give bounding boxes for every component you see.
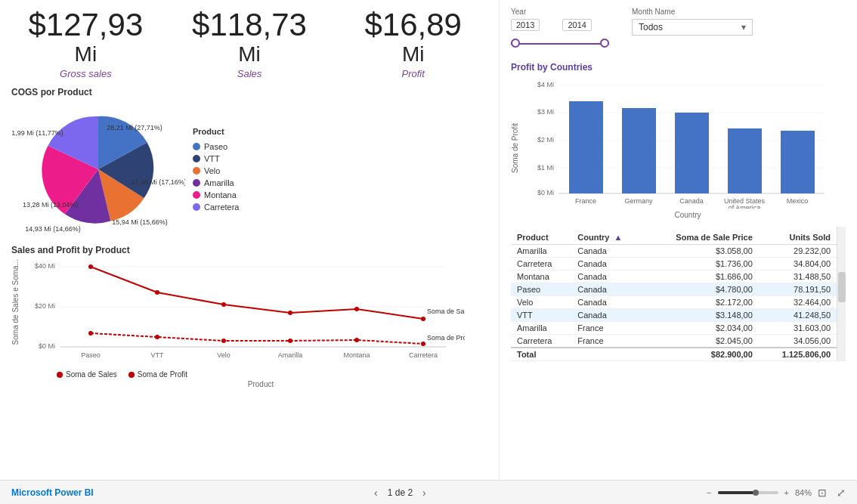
bar-label-usa-2: of America xyxy=(729,204,761,209)
profit-point-4 xyxy=(288,339,292,343)
year-slider-handle-right[interactable] xyxy=(600,39,609,48)
th-units[interactable]: Units Sold xyxy=(759,230,837,245)
line-legend: Soma de Sales Soma de Profit xyxy=(57,370,487,379)
th-country[interactable]: Country ▲ xyxy=(571,230,645,245)
page-navigation: ‹ 1 de 2 › xyxy=(372,487,428,499)
bar-usa[interactable] xyxy=(728,128,762,193)
pie-label-amarilla: 14,93 Mi (14,66%) xyxy=(25,225,81,233)
line-legend-label-profit: Soma de Profit xyxy=(138,370,187,379)
pie-label-velo: 15,94 Mi (15,66%) xyxy=(112,218,168,226)
profit-point-5 xyxy=(354,338,359,342)
legend-label-amarilla: Amarilla xyxy=(204,178,234,187)
cell-product: Velo xyxy=(511,296,571,309)
bar-chart-svg: $4 Mi $3 Mi $2 Mi $1 Mi $0 Mi xyxy=(530,76,832,209)
fit-icon[interactable]: ⊡ xyxy=(818,487,827,499)
bottom-bar: Microsoft Power BI ‹ 1 de 2 › − + 84% ⊡ … xyxy=(0,480,857,504)
kpi-profit-label: Profit xyxy=(339,68,487,79)
line-chart-svg: $40 Mi $20 Mi $0 Mi Paseo VTT xyxy=(34,259,465,365)
bar-y-1mi: $1 Mi xyxy=(537,164,554,172)
bar-label-france: France xyxy=(575,197,596,205)
sales-point-4 xyxy=(288,311,292,315)
line-legend-sales: Soma de Sales xyxy=(57,370,117,379)
legend-label-velo: Velo xyxy=(204,166,220,175)
cell-country: Canada xyxy=(571,283,645,296)
line-x-paseo: Paseo xyxy=(81,351,101,359)
legend-dot-paseo xyxy=(193,143,200,150)
th-product[interactable]: Product xyxy=(511,230,571,245)
legend-dot-amarilla xyxy=(193,179,200,187)
bar-chart-wrap: $4 Mi $3 Mi $2 Mi $1 Mi $0 Mi xyxy=(530,76,846,219)
line-x-montana: Montana xyxy=(343,351,370,359)
bar-y-2mi: $2 Mi xyxy=(537,136,554,144)
cell-product: Paseo xyxy=(511,283,571,296)
pie-label-vtt: 17,48 Mi (17,16%) xyxy=(131,178,185,186)
bar-france[interactable] xyxy=(569,101,603,193)
next-page-button[interactable]: › xyxy=(420,487,428,499)
kpi-sales-unit: Mi xyxy=(175,42,324,66)
bar-canada[interactable] xyxy=(675,113,709,193)
line-chart-title: Sales and Profit by Product xyxy=(11,245,487,255)
zoom-level: 84% xyxy=(795,488,812,497)
legend-item-carretera: Carretera xyxy=(193,203,239,212)
cell-units: 32.464,00 xyxy=(759,296,837,309)
sales-point-3 xyxy=(221,302,226,307)
cell-units: 78.191,50 xyxy=(759,283,837,296)
table-row: Velo Canada $2.172,00 32.464,00 xyxy=(511,296,837,309)
legend-dot-velo xyxy=(193,167,200,175)
right-main: Product Country ▲ Soma de Sale Price Uni… xyxy=(511,227,837,361)
line-x-carretera: Carretera xyxy=(409,351,438,359)
year-slider-track[interactable] xyxy=(511,36,609,51)
zoom-track[interactable] xyxy=(718,491,778,494)
pie-title: COGS por Product xyxy=(11,87,487,97)
zoom-controls: − + 84% ⊡ ⤢ xyxy=(707,487,846,499)
total-units: 1.125.806,00 xyxy=(759,348,837,361)
scrollbar-thumb xyxy=(838,272,846,302)
zoom-plus-icon[interactable]: + xyxy=(784,488,789,497)
bar-germany[interactable] xyxy=(622,108,656,193)
prev-page-button[interactable]: ‹ xyxy=(372,487,380,499)
cell-units: 34.804,00 xyxy=(759,258,837,271)
year-filter-label: Year xyxy=(511,8,609,16)
bar-label-germany: Germany xyxy=(624,197,653,205)
cell-country: Canada xyxy=(571,245,645,258)
sales-point-5 xyxy=(354,307,359,311)
zoom-fill xyxy=(718,491,754,494)
table-row: Amarilla France $2.034,00 31.603,00 xyxy=(511,322,837,335)
table-section[interactable]: Product Country ▲ Soma de Sale Price Uni… xyxy=(511,230,837,361)
profit-point-6 xyxy=(421,342,425,346)
year-slider-handle-left[interactable] xyxy=(511,39,520,48)
table-scrollbar[interactable] xyxy=(837,227,846,361)
legend-label-vtt: VTT xyxy=(204,154,220,163)
legend-item-vtt: VTT xyxy=(193,154,239,163)
table-row: Carretera France $2.045,00 34.056,00 xyxy=(511,335,837,348)
cell-product: Carretera xyxy=(511,258,571,271)
brand-link[interactable]: Microsoft Power BI xyxy=(11,487,94,498)
kpi-sales: $118,73 Mi Sales xyxy=(175,8,324,79)
kpi-gross-sales-value: $127,93 xyxy=(11,8,160,42)
sort-indicator-icon: ▲ xyxy=(614,233,623,242)
expand-icon[interactable]: ⤢ xyxy=(837,487,846,499)
cell-country: Canada xyxy=(571,309,645,322)
total-label: Total xyxy=(511,348,645,361)
kpi-row: $127,93 Mi Gross sales $118,73 Mi Sales … xyxy=(11,8,487,79)
year-start-label: 2013 xyxy=(511,19,540,31)
right-panel: Year 2013 2014 Month Name xyxy=(499,0,857,480)
line-y-axis-label: Soma de Sales e Soma... xyxy=(11,259,34,345)
month-select-dropdown[interactable]: Todos ▾ xyxy=(632,19,753,36)
cell-country: Canada xyxy=(571,271,645,283)
cell-country: Canada xyxy=(571,258,645,271)
sales-point-1 xyxy=(88,264,93,269)
profit-point-2 xyxy=(155,335,159,339)
pie-label-paseo: 28,21 Mi (27,71%) xyxy=(107,124,162,131)
th-price[interactable]: Soma de Sale Price xyxy=(645,230,759,245)
line-chart-wrap: $40 Mi $20 Mi $0 Mi Paseo VTT xyxy=(34,259,487,388)
table-row: Amarilla Canada $3.058,00 29.232,00 xyxy=(511,245,837,258)
line-chart-outer: Soma de Sales e Soma... $40 Mi $20 Mi $0… xyxy=(11,259,487,388)
content-area: $127,93 Mi Gross sales $118,73 Mi Sales … xyxy=(0,0,857,480)
zoom-minus-icon[interactable]: − xyxy=(707,488,711,497)
sales-point-2 xyxy=(155,290,159,295)
bar-mexico[interactable] xyxy=(781,131,815,193)
legend-item-velo: Velo xyxy=(193,166,239,175)
cell-country: France xyxy=(571,335,645,348)
chevron-down-icon: ▾ xyxy=(741,22,746,32)
